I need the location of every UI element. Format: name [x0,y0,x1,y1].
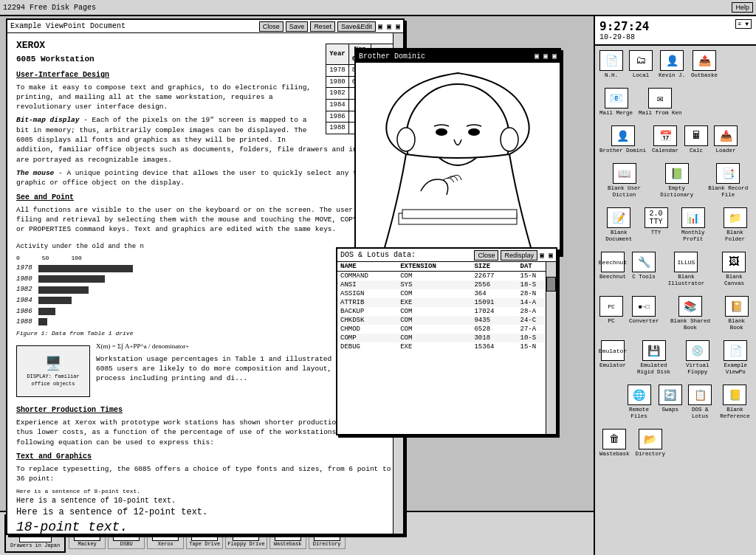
icon-dos-lotus[interactable]: 📋 DOS & Lotus [686,382,715,423]
tools-icon-row: Beechnut Beechnut 🔧 C Tools ILLUS Blank … [595,247,756,292]
svg-point-4 [501,128,518,151]
icon-directory-right[interactable]: 📂 Directory [633,426,668,461]
blank-canvas-label: Blank Canvas [717,274,752,287]
tty-label: TTY [651,230,662,236]
icon-ctools[interactable]: 🔧 C Tools [630,249,658,290]
dos-table-row: CHKDSKCOM943524-C [337,316,556,325]
shared-book-label: Blank Shared Book [665,318,716,331]
directory-right-label: Directory [636,451,666,458]
dos-table-header-row: NAME EXTENSION SIZE DAT [337,262,556,272]
icon-swaps[interactable]: 🔄 Swaps [656,382,684,423]
dos-col-ext: EXTENSION [397,262,471,272]
section1-p3-bold: The mouse [16,169,54,177]
icon-outbasket[interactable]: 📤 Outbaske [689,47,720,82]
reset-button[interactable]: Reset [310,21,335,32]
converter-img: ■→□ [632,296,656,317]
swaps-img: 🔄 [659,385,682,405]
icon-calc[interactable]: 🖩 Calc [682,123,710,157]
text-graphics-title: Text and Graphics [16,452,394,462]
tty-img: 2.0 TTY [645,207,668,228]
icon-beechnut[interactable]: Beechnut Beechnut [597,249,628,290]
icon-monthly-profit[interactable]: 📊 Monthly Profit [672,204,715,246]
dos-window: DOS & Lotus data: Close Redisplay ▣ ▣ NA… [336,247,557,435]
brother-icon-img: 👤 [611,125,635,146]
icon-brother[interactable]: 👤 Brother Domini [597,123,648,157]
icon-blank-doc[interactable]: 📝 Blank Document [597,204,641,246]
dos-close-button[interactable]: Close [474,250,498,261]
icon-blank-record[interactable]: 📑 Blank Record File [703,160,754,201]
save-button[interactable]: Save [286,21,309,32]
icon-blank-ref[interactable]: 📒 Blank Reference [716,382,754,423]
doc-window-controls: Close Save Reset Save&Edit ▣ ▣ ▣ [259,21,400,32]
dos-window-title: DOS & Lotus data: [340,251,416,259]
local-icon-img: 🗂 [629,50,653,71]
ctools-img: 🔧 [632,252,656,272]
icon-tty[interactable]: 2.0 TTY TTY [642,204,670,246]
dos-scrollbar-v[interactable] [546,262,556,434]
icon-blank-book[interactable]: 📔 Blank Book [719,293,754,334]
icon-converter[interactable]: ■→□ Converter [627,293,662,334]
icon-emulator[interactable]: Emulator Emulator [597,337,628,379]
emulator-img: Emulator [601,340,625,361]
brother-controls: ▣ ▣ ▣ [535,52,557,61]
desktop-sidebar: 9:27:24 10-29-88 ≡ ▼ 📄 N.H. 🗂 Local 👤 Ke… [594,16,756,555]
close-button[interactable]: Close [259,21,284,32]
workstation-icon: 🖥️ [45,355,61,373]
illustrator-label: Blank Illustrator [662,274,711,287]
wastebask-right-img: 🗑 [602,429,626,449]
dos-table-row: CHMODCOM652827-A [337,325,556,334]
doc-icon-row: 📝 Blank Document 2.0 TTY TTY 📊 Monthly P… [595,203,756,247]
dos-col-name: NAME [337,262,397,272]
save-edit-button[interactable]: Save&Edit [337,21,376,32]
example-viewpo-label: Example ViewPo [720,362,752,376]
blank-doc-label: Blank Document [599,230,639,243]
emulator-label: Emulator [599,362,626,369]
calc-label: Calc [690,148,703,154]
clock-icon-1[interactable]: ≡ ▼ [735,19,752,29]
icon-remote-files[interactable]: 🌐 Remote Files [623,382,654,423]
dos-redisplay-button[interactable]: Redisplay [501,250,537,261]
blank-user-dict-label: Blank User Diction [599,185,649,199]
icon-mail-merge[interactable]: 📧 Mail Merge [597,85,635,120]
shared-book-img: 📚 [678,296,702,317]
nh-icon-img: 📄 [599,50,623,71]
icon-calendar[interactable]: 📅 Calendar [650,123,681,157]
disk-info: 12294 Free Disk Pages [3,4,96,12]
icon-blank-folder[interactable]: 📁 Blank Folder [716,204,754,246]
icon-local[interactable]: 🗂 Local [627,47,655,82]
pc-img: PC [599,296,623,317]
icon-blank-canvas[interactable]: 🖼 Blank Canvas [715,249,754,290]
icon-pc[interactable]: PC PC [597,293,625,334]
section2-title: See and Point [16,193,394,203]
outbasket-icon-img: 📤 [693,50,716,71]
icon-kevin[interactable]: 👤 Kevin J. [656,47,687,82]
svg-point-2 [468,128,480,136]
virtual-floppy-label: Virtual Floppy [681,362,713,376]
dos-table-row: DEBUGEXE1536415-N [337,342,556,351]
icon-wastebask-right[interactable]: 🗑 Wastebask [597,426,632,461]
icon-blank-user-dict[interactable]: 📖 Blank User Diction [597,160,651,201]
icon-example-viewpo[interactable]: 📄 Example ViewPo [718,337,754,379]
icon-illustrator[interactable]: ILLUS Blank Illustrator [659,249,713,290]
converter-label: Converter [629,318,659,325]
icon-rigid-disk[interactable]: 💾 Emulated Rigid Disk [630,337,678,379]
doc-window-title: Example ViewPoint Document [10,22,126,30]
blank-folder-img: 📁 [724,207,747,228]
workstation-label: DISPLAY: familiar office objects [17,373,89,388]
icon-empty-dict[interactable]: 📗 Empty Dictionary [653,160,701,201]
dos-scrollbar-thumb[interactable] [546,277,556,292]
icon-loader[interactable]: 📥 Loader [712,123,740,157]
dos-table-row: ATTRIBEXE1509114-A [337,298,556,307]
icon-mail-ken[interactable]: ✉ Mail from Ken [636,85,684,120]
help-button[interactable]: Help [732,2,753,13]
nh-label: N.H. [605,72,618,79]
size12-text: Here is a sentence of 12-point text. [16,506,394,519]
icon-nh[interactable]: 📄 N.H. [597,47,625,82]
icon-virtual-floppy[interactable]: 💿 Virtual Floppy [679,337,715,379]
clock-panel: 9:27:24 10-29-88 ≡ ▼ [595,16,756,46]
xerox-label: Xerox [158,541,173,547]
dos-col-size: SIZE [471,262,517,272]
icon-shared-book[interactable]: 📚 Blank Shared Book [663,293,718,334]
outbasket-label: Outbaske [691,72,718,79]
dos-table: NAME EXTENSION SIZE DAT COMMANDCOM226771… [337,262,556,351]
